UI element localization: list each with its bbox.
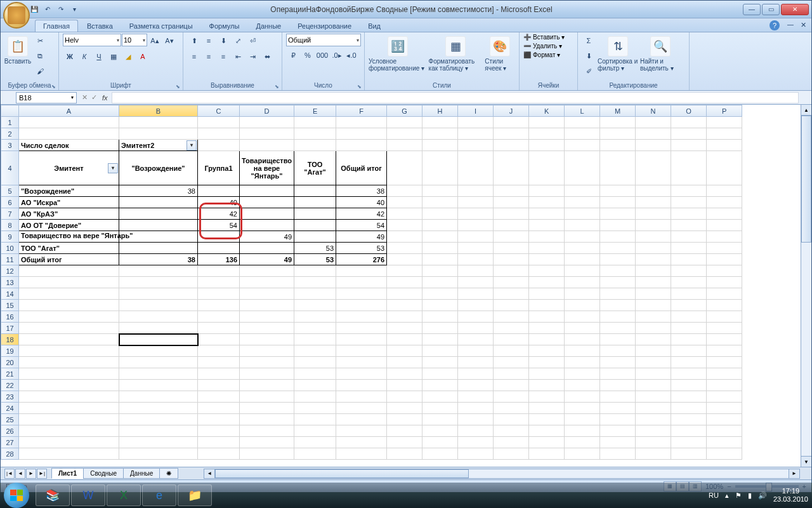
percent-icon[interactable]: % [301, 48, 315, 62]
cell-C3[interactable] [198, 140, 240, 151]
cell-H19[interactable] [422, 345, 458, 357]
cell-B15[interactable] [119, 300, 198, 311]
row-header-14[interactable]: 14 [1, 288, 19, 300]
cell-D4[interactable]: Товарищество на вере "Янтарь" [240, 151, 294, 185]
cell-N18[interactable] [636, 334, 671, 345]
row-header-4[interactable]: 4 [1, 151, 19, 185]
office-button[interactable] [3, 2, 30, 29]
cell-D3[interactable] [240, 140, 294, 151]
minimize-ribbon-icon[interactable]: — [787, 21, 794, 28]
cell-F19[interactable] [336, 345, 387, 357]
cell-D17[interactable] [240, 323, 294, 334]
row-header-10[interactable]: 10 [1, 243, 19, 254]
cell-I19[interactable] [458, 345, 494, 357]
cell-D18[interactable] [240, 334, 294, 345]
cell-G11[interactable] [387, 254, 422, 265]
format-as-table-button[interactable]: ▦Форматировать как таблицу ▾ [429, 34, 483, 72]
clear-icon[interactable]: ✐ [582, 64, 596, 78]
cell-D5[interactable] [240, 185, 294, 197]
merge-icon[interactable]: ⬌ [260, 50, 274, 64]
cell-G22[interactable] [387, 380, 422, 391]
cell-P10[interactable] [707, 243, 742, 254]
cell-P7[interactable] [707, 208, 742, 220]
row-header-15[interactable]: 15 [1, 300, 19, 311]
cell-C22[interactable] [198, 380, 240, 391]
cell-O2[interactable] [671, 128, 707, 140]
cell-F5[interactable]: 38 [336, 185, 387, 197]
cell-P1[interactable] [707, 117, 742, 128]
cell-D8[interactable] [240, 220, 294, 231]
cell-I6[interactable] [458, 197, 494, 208]
cell-F3[interactable] [336, 140, 387, 151]
row-header-28[interactable]: 28 [1, 448, 19, 460]
cell-A25[interactable] [19, 414, 119, 425]
cell-P12[interactable] [707, 265, 742, 277]
cell-I2[interactable] [458, 128, 494, 140]
cell-D9[interactable]: 49 [240, 231, 294, 243]
cell-D24[interactable] [240, 403, 294, 414]
cell-B24[interactable] [119, 403, 198, 414]
cell-O27[interactable] [671, 437, 707, 448]
cell-D23[interactable] [240, 391, 294, 403]
task-ie[interactable]: e [142, 485, 176, 506]
cell-N27[interactable] [636, 437, 671, 448]
cell-E21[interactable] [294, 368, 336, 380]
cancel-formula-icon[interactable]: ✕ [82, 93, 88, 102]
cell-N4[interactable] [636, 151, 671, 185]
col-header-E[interactable]: E [294, 105, 336, 117]
cell-B21[interactable] [119, 368, 198, 380]
cell-F9[interactable]: 49 [336, 231, 387, 243]
cell-G27[interactable] [387, 437, 422, 448]
cell-G28[interactable] [387, 448, 422, 460]
horizontal-scrollbar[interactable] [204, 469, 800, 479]
cell-A17[interactable] [19, 323, 119, 334]
fx-icon[interactable]: fx [102, 94, 108, 102]
cell-D2[interactable] [240, 128, 294, 140]
cell-P2[interactable] [707, 128, 742, 140]
border-icon[interactable]: ▦ [107, 50, 121, 64]
cell-K26[interactable] [529, 425, 565, 437]
volume-icon[interactable]: 🔊 [758, 491, 767, 500]
cell-F14[interactable] [336, 288, 387, 300]
cell-N3[interactable] [636, 140, 671, 151]
cell-H11[interactable] [422, 254, 458, 265]
cell-E9[interactable] [294, 231, 336, 243]
redo-icon[interactable]: ↷ [55, 4, 67, 15]
cell-N15[interactable] [636, 300, 671, 311]
cell-H3[interactable] [422, 140, 458, 151]
cell-A23[interactable] [19, 391, 119, 403]
cell-L5[interactable] [565, 185, 600, 197]
name-box[interactable]: B18▾ [16, 92, 77, 104]
underline-icon[interactable]: Ч [92, 50, 106, 64]
wrap-text-icon[interactable]: ⏎ [246, 34, 259, 48]
cell-N28[interactable] [636, 448, 671, 460]
cell-J6[interactable] [494, 197, 529, 208]
fill-color-icon[interactable]: ◢ [121, 50, 135, 64]
task-excel[interactable]: X [107, 485, 141, 506]
cell-J4[interactable] [494, 151, 529, 185]
autosum-icon[interactable]: Σ [582, 34, 596, 48]
cell-F1[interactable] [336, 117, 387, 128]
cell-C24[interactable] [198, 403, 240, 414]
cell-N17[interactable] [636, 323, 671, 334]
cell-K25[interactable] [529, 414, 565, 425]
cell-O7[interactable] [671, 208, 707, 220]
cell-C16[interactable] [198, 311, 240, 323]
cell-C4[interactable]: Группа1 [198, 151, 240, 185]
cell-L4[interactable] [565, 151, 600, 185]
cell-L28[interactable] [565, 448, 600, 460]
cell-K4[interactable] [529, 151, 565, 185]
cell-G20[interactable] [387, 357, 422, 368]
cell-B22[interactable] [119, 380, 198, 391]
cell-H20[interactable] [422, 357, 458, 368]
cell-D6[interactable] [240, 197, 294, 208]
cell-K22[interactable] [529, 380, 565, 391]
cell-A3[interactable]: Число сделок [19, 140, 119, 151]
cell-C11[interactable]: 136 [198, 254, 240, 265]
cell-G7[interactable] [387, 208, 422, 220]
cell-M14[interactable] [600, 288, 636, 300]
col-header-G[interactable]: G [387, 105, 422, 117]
cell-J18[interactable] [494, 334, 529, 345]
cell-P16[interactable] [707, 311, 742, 323]
cell-styles-button[interactable]: 🎨Стили ячеек ▾ [485, 34, 515, 72]
